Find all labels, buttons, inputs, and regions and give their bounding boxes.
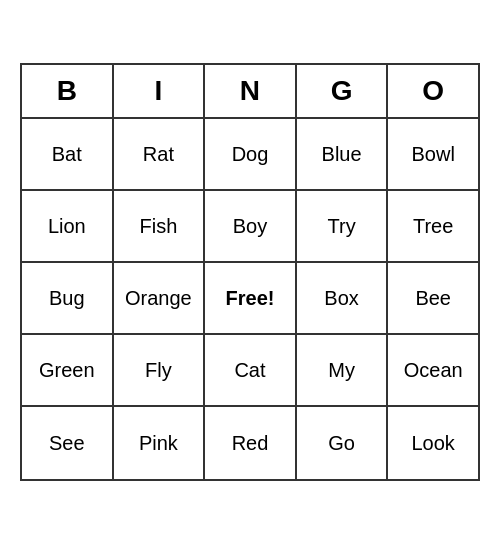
bingo-cell-2-4: Bee (388, 263, 478, 335)
bingo-card: BINGO BatRatDogBlueBowlLionFishBoyTryTre… (20, 63, 480, 481)
bingo-row-0: BatRatDogBlueBowl (22, 119, 478, 191)
bingo-cell-1-1: Fish (114, 191, 206, 263)
bingo-cell-4-2: Red (205, 407, 297, 479)
bingo-row-4: SeePinkRedGoLook (22, 407, 478, 479)
bingo-row-3: GreenFlyCatMyOcean (22, 335, 478, 407)
header-letter-i: I (114, 65, 206, 119)
bingo-cell-1-0: Lion (22, 191, 114, 263)
bingo-cell-0-4: Bowl (388, 119, 478, 191)
bingo-cell-1-3: Try (297, 191, 389, 263)
bingo-cell-1-4: Tree (388, 191, 478, 263)
header-letter-b: B (22, 65, 114, 119)
bingo-row-1: LionFishBoyTryTree (22, 191, 478, 263)
bingo-row-2: BugOrangeFree!BoxBee (22, 263, 478, 335)
bingo-cell-4-4: Look (388, 407, 478, 479)
bingo-body: BatRatDogBlueBowlLionFishBoyTryTreeBugOr… (22, 119, 478, 479)
bingo-header: BINGO (22, 65, 478, 119)
bingo-cell-1-2: Boy (205, 191, 297, 263)
bingo-cell-0-2: Dog (205, 119, 297, 191)
bingo-cell-2-3: Box (297, 263, 389, 335)
bingo-cell-2-2: Free! (205, 263, 297, 335)
bingo-cell-0-1: Rat (114, 119, 206, 191)
bingo-cell-0-0: Bat (22, 119, 114, 191)
bingo-cell-3-4: Ocean (388, 335, 478, 407)
bingo-cell-3-0: Green (22, 335, 114, 407)
bingo-cell-4-1: Pink (114, 407, 206, 479)
bingo-cell-3-2: Cat (205, 335, 297, 407)
header-letter-g: G (297, 65, 389, 119)
bingo-cell-0-3: Blue (297, 119, 389, 191)
bingo-cell-4-3: Go (297, 407, 389, 479)
bingo-cell-3-1: Fly (114, 335, 206, 407)
header-letter-n: N (205, 65, 297, 119)
bingo-cell-4-0: See (22, 407, 114, 479)
bingo-cell-3-3: My (297, 335, 389, 407)
bingo-cell-2-1: Orange (114, 263, 206, 335)
header-letter-o: O (388, 65, 478, 119)
bingo-cell-2-0: Bug (22, 263, 114, 335)
